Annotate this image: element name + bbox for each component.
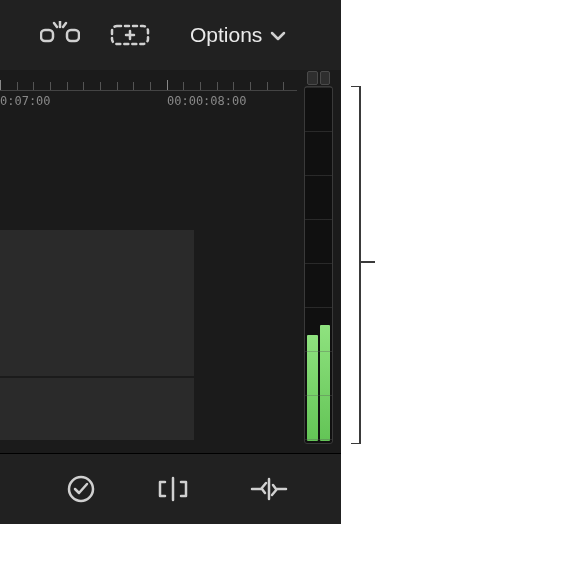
break-apart-icon <box>40 21 80 49</box>
ruler-tick-major <box>167 80 168 90</box>
ruler-tick <box>50 82 51 90</box>
bottom-toolbar <box>0 453 341 524</box>
peak-cap-right <box>320 71 331 85</box>
snap-button[interactable] <box>250 474 288 504</box>
peak-indicators <box>305 71 332 85</box>
break-apart-button[interactable] <box>40 21 80 49</box>
compound-clip-button[interactable] <box>110 22 150 48</box>
options-dropdown[interactable]: Options <box>190 23 286 47</box>
trim-button[interactable] <box>156 474 190 504</box>
options-label: Options <box>190 23 262 47</box>
clip-lane[interactable] <box>0 230 194 376</box>
ruler-tick <box>150 82 151 90</box>
ruler-tick <box>183 82 184 90</box>
peak-cap-left <box>307 71 318 85</box>
svg-line-4 <box>63 23 66 27</box>
ruler-tick <box>250 82 251 90</box>
meter-bar-right <box>320 325 331 441</box>
ruler-tick <box>200 82 201 90</box>
chevron-down-icon <box>270 30 286 42</box>
compound-clip-icon <box>110 22 150 48</box>
svg-rect-1 <box>67 30 79 41</box>
callout-bracket <box>350 86 376 444</box>
ruler-tick <box>17 82 18 90</box>
ruler-tick <box>33 82 34 90</box>
ruler-tick <box>117 82 118 90</box>
timecode-label: 0:07:00 <box>0 94 51 108</box>
ruler-tick <box>267 82 268 90</box>
audio-meters[interactable] <box>304 86 333 444</box>
top-toolbar: Options <box>0 0 341 70</box>
ruler-tick <box>100 82 101 90</box>
editor-panel: Options 0:07:0000:00:08:00 <box>0 0 341 524</box>
svg-rect-0 <box>41 30 53 41</box>
timeline-ruler[interactable]: 0:07:0000:00:08:00 <box>0 80 341 112</box>
trim-icon <box>156 474 190 504</box>
snap-icon <box>250 474 288 504</box>
mark-good-button[interactable] <box>66 474 96 504</box>
clip-lane[interactable] <box>0 378 194 440</box>
ruler-tick <box>283 82 284 90</box>
checkmark-circle-icon <box>66 474 96 504</box>
ruler-tick <box>133 82 134 90</box>
timecode-label: 00:00:08:00 <box>167 94 246 108</box>
svg-line-3 <box>54 23 57 27</box>
ruler-tick <box>83 82 84 90</box>
ruler-tick <box>67 82 68 90</box>
ruler-tick <box>233 82 234 90</box>
meter-bar-left <box>307 335 318 441</box>
ruler-tick-major <box>0 80 1 90</box>
ruler-tick <box>217 82 218 90</box>
